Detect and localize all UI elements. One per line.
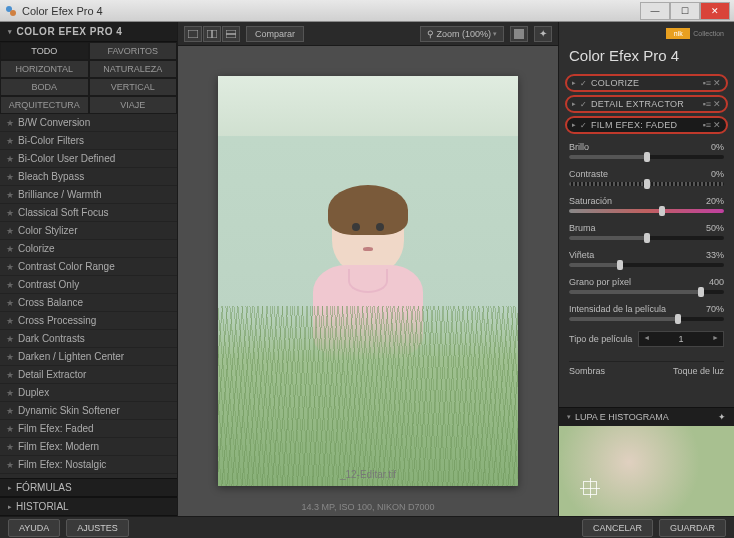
star-icon[interactable]: ★ — [6, 172, 14, 182]
filter-item[interactable]: ★Film Efex: Nostalgic — [0, 456, 177, 474]
view-split-h-button[interactable] — [203, 26, 221, 42]
slider[interactable] — [569, 290, 724, 294]
category-naturaleza[interactable]: NATURALEZA — [89, 60, 178, 78]
slider-handle[interactable] — [644, 152, 650, 162]
slider[interactable] — [569, 155, 724, 159]
loupe-header[interactable]: ▾LUPA E HISTOGRAMA✦ — [559, 407, 734, 426]
minimize-button[interactable]: — — [640, 2, 670, 20]
star-icon[interactable]: ★ — [6, 298, 14, 308]
view-single-button[interactable] — [184, 26, 202, 42]
filter-item[interactable]: ★Cross Balance — [0, 294, 177, 312]
settings-icon[interactable]: ✦ — [534, 26, 552, 42]
slider[interactable] — [569, 236, 724, 240]
star-icon[interactable]: ★ — [6, 424, 14, 434]
loupe-preview[interactable] — [559, 426, 734, 516]
layer-remove-icon[interactable]: ✕ — [713, 78, 721, 88]
layer-colorize[interactable]: ▸✓COLORIZE▪≡ ✕ — [565, 74, 728, 92]
filter-item[interactable]: ★Color Stylizer — [0, 222, 177, 240]
category-favoritos[interactable]: FAVORITOS — [89, 42, 178, 60]
filter-item[interactable]: ★Contrast Only — [0, 276, 177, 294]
filter-list[interactable]: ★B/W Conversion★Bi-Color Filters★Bi-Colo… — [0, 114, 177, 478]
check-icon[interactable]: ✓ — [579, 100, 588, 109]
layer-remove-icon[interactable]: ✕ — [713, 99, 721, 109]
layer-detail-extractor[interactable]: ▸✓DETAIL EXTRACTOR▪≡ ✕ — [565, 95, 728, 113]
sombras-label[interactable]: Sombras — [569, 366, 605, 376]
filter-item[interactable]: ★Darken / Lighten Center — [0, 348, 177, 366]
compare-button[interactable]: Comparar — [246, 26, 304, 42]
layer-remove-icon[interactable]: ✕ — [713, 120, 721, 130]
check-icon[interactable]: ✓ — [579, 121, 588, 130]
maximize-button[interactable]: ☐ — [670, 2, 700, 20]
slider[interactable] — [569, 209, 724, 213]
filter-item[interactable]: ★Duplex — [0, 384, 177, 402]
slider[interactable] — [569, 263, 724, 267]
layer-film-efex-faded[interactable]: ▸✓FILM EFEX: FADED▪≡ ✕ — [565, 116, 728, 134]
slider[interactable] — [569, 182, 724, 186]
filter-item[interactable]: ★Colorize — [0, 240, 177, 258]
guardar-button[interactable]: GUARDAR — [659, 519, 726, 537]
ajustes-button[interactable]: AJUSTES — [66, 519, 129, 537]
filter-item[interactable]: ★Film Efex: Modern — [0, 438, 177, 456]
filter-item[interactable]: ★Contrast Color Range — [0, 258, 177, 276]
tipo-stepper[interactable]: 1 — [638, 331, 724, 347]
cancelar-button[interactable]: CANCELAR — [582, 519, 653, 537]
filter-item[interactable]: ★Detail Extractor — [0, 366, 177, 384]
star-icon[interactable]: ★ — [6, 154, 14, 164]
filter-item[interactable]: ★Cross Processing — [0, 312, 177, 330]
star-icon[interactable]: ★ — [6, 226, 14, 236]
star-icon[interactable]: ★ — [6, 280, 14, 290]
star-icon[interactable]: ★ — [6, 136, 14, 146]
category-todo[interactable]: TODO — [0, 42, 89, 60]
filter-item[interactable]: ★Bi-Color Filters — [0, 132, 177, 150]
star-icon[interactable]: ★ — [6, 118, 14, 128]
category-horizontal[interactable]: HORIZONTAL — [0, 60, 89, 78]
star-icon[interactable]: ★ — [6, 406, 14, 416]
layer-opts-icon[interactable]: ▪≡ — [703, 120, 711, 130]
filter-item[interactable]: ★Dynamic Skin Softener — [0, 402, 177, 420]
star-icon[interactable]: ★ — [6, 244, 14, 254]
formulas-section[interactable]: ▸FÓRMULAS — [0, 478, 177, 497]
category-viaje[interactable]: VIAJE — [89, 96, 178, 114]
star-icon[interactable]: ★ — [6, 190, 14, 200]
slider-handle[interactable] — [644, 179, 650, 189]
loupe-crosshair[interactable] — [583, 481, 597, 495]
historial-section[interactable]: ▸HISTORIAL — [0, 497, 177, 516]
view-split-v-button[interactable] — [222, 26, 240, 42]
filter-item[interactable]: ★Bi-Color User Defined — [0, 150, 177, 168]
close-button[interactable]: ✕ — [700, 2, 730, 20]
collapse-icon[interactable]: ▾ — [8, 28, 13, 36]
star-icon[interactable]: ★ — [6, 208, 14, 218]
pin-icon[interactable]: ✦ — [718, 412, 726, 422]
star-icon[interactable]: ★ — [6, 370, 14, 380]
image-canvas[interactable]: _12-Editar.tif 14.3 MP, ISO 100, NIKON D… — [178, 46, 558, 516]
layer-opts-icon[interactable]: ▪≡ — [703, 99, 711, 109]
background-toggle-button[interactable] — [510, 26, 528, 42]
slider-handle[interactable] — [644, 233, 650, 243]
filter-item[interactable]: ★Bleach Bypass — [0, 168, 177, 186]
filter-item[interactable]: ★B/W Conversion — [0, 114, 177, 132]
star-icon[interactable]: ★ — [6, 442, 14, 452]
zoom-dropdown[interactable]: ⚲Zoom (100%)▾ — [420, 26, 504, 42]
slider-handle[interactable] — [675, 314, 681, 324]
star-icon[interactable]: ★ — [6, 334, 14, 344]
filter-item[interactable]: ★Dark Contrasts — [0, 330, 177, 348]
star-icon[interactable]: ★ — [6, 316, 14, 326]
slider[interactable] — [569, 317, 724, 321]
star-icon[interactable]: ★ — [6, 388, 14, 398]
star-icon[interactable]: ★ — [6, 262, 14, 272]
category-vertical[interactable]: VERTICAL — [89, 78, 178, 96]
toque-label[interactable]: Toque de luz — [673, 366, 724, 376]
filter-item[interactable]: ★Classical Soft Focus — [0, 204, 177, 222]
check-icon[interactable]: ✓ — [579, 79, 588, 88]
filter-item[interactable]: ★Film Efex: Faded — [0, 420, 177, 438]
filter-item[interactable]: ★Brilliance / Warmth — [0, 186, 177, 204]
slider-handle[interactable] — [617, 260, 623, 270]
star-icon[interactable]: ★ — [6, 460, 14, 470]
category-boda[interactable]: BODA — [0, 78, 89, 96]
star-icon[interactable]: ★ — [6, 352, 14, 362]
category-arquitectura[interactable]: ARQUITECTURA — [0, 96, 89, 114]
slider-handle[interactable] — [659, 206, 665, 216]
ayuda-button[interactable]: AYUDA — [8, 519, 60, 537]
layer-opts-icon[interactable]: ▪≡ — [703, 78, 711, 88]
slider-handle[interactable] — [698, 287, 704, 297]
